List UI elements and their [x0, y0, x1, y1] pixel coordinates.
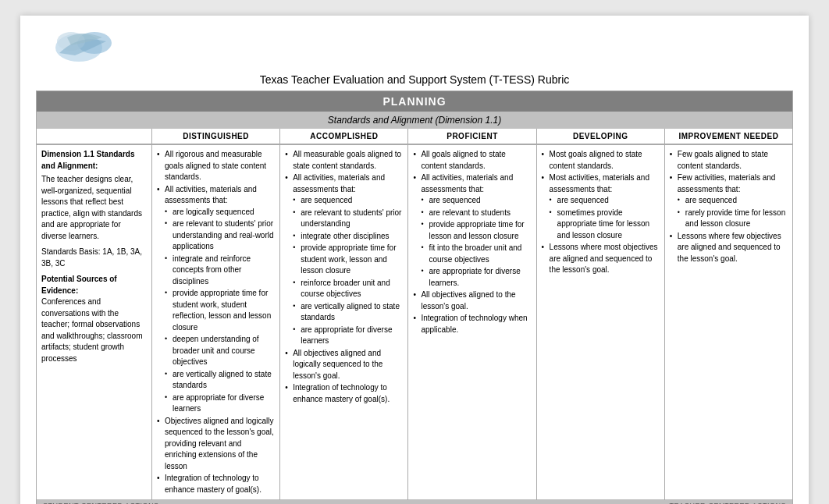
list-item: All activities, materials and assessment…: [285, 172, 403, 347]
dimension-description: The teacher designs clear, well-organize…: [41, 174, 147, 242]
accomplished-cell: All measurable goals aligned to state co…: [280, 145, 408, 500]
list-item: All objectives aligned and logically seq…: [285, 348, 403, 382]
proficient-list: All goals aligned to state content stand…: [413, 149, 531, 335]
developing-list: Most goals aligned to state content stan…: [542, 149, 660, 276]
header-logo: [36, 23, 793, 70]
dimension-title: Dimension 1.1 Standards and Alignment:: [41, 149, 147, 172]
list-item: Few goals aligned to state content stand…: [670, 149, 788, 172]
accomplished-sublist: are sequenced are relevant to students' …: [293, 195, 403, 347]
list-item: Lessons where few objectives are aligned…: [670, 231, 788, 265]
list-item: integrate other disciplines: [293, 231, 403, 243]
column-headers-row: DISTINGUISHED ACCOMPLISHED PROFICIENT DE…: [37, 129, 792, 144]
planning-header: PLANNING: [37, 91, 792, 112]
list-item: All measurable goals aligned to state co…: [285, 149, 403, 172]
list-item: fit into the broader unit and course obj…: [421, 243, 531, 265]
list-item: provide appropriate time for student wor…: [165, 288, 275, 333]
list-item: are vertically aligned to state standard…: [293, 301, 403, 324]
developing-cell: Most goals aligned to state content stan…: [537, 145, 665, 500]
list-item: Integration of technology to enhance mas…: [157, 473, 275, 495]
list-item: All activities, materials and assessment…: [157, 184, 275, 415]
distinguished-cell: All rigorous and measurable goals aligne…: [152, 145, 280, 500]
logo-svg: [36, 26, 145, 69]
proficient-sublist: are sequenced are relevant to students p…: [421, 195, 531, 289]
list-item: Integration of technology to enhance mas…: [285, 382, 403, 405]
distinguished-sublist: are logically sequenced are relevant to …: [165, 207, 275, 415]
list-item: are relevant to students' prior understa…: [165, 218, 275, 253]
list-item: are logically sequenced: [165, 207, 275, 218]
evidence-title: Potential Sources of Evidence:: [41, 274, 147, 296]
body-row: Dimension 1.1 Standards and Alignment: T…: [37, 144, 792, 500]
list-item: rarely provide time for lesson and lesso…: [678, 208, 788, 230]
list-item: Integration of technology when applicabl…: [413, 313, 531, 335]
improvement-list: Few goals aligned to state content stand…: [670, 149, 788, 264]
list-item: All goals aligned to state content stand…: [413, 149, 531, 172]
standards-basis: Standards Basis: 1A, 1B, 3A, 3B, 3C: [41, 247, 147, 269]
list-item: are vertically aligned to state standard…: [165, 369, 275, 392]
col-header-accomplished: ACCOMPLISHED: [280, 129, 408, 144]
list-item: are relevant to students: [421, 208, 531, 219]
list-item: are appropriate for diverse learners.: [421, 266, 531, 289]
list-item: provide appropriate time for student wor…: [293, 243, 403, 277]
proficient-cell: All goals aligned to state content stand…: [408, 145, 536, 500]
list-item: deepen understanding of broader unit and…: [165, 334, 275, 368]
col-header-distinguished: DISTINGUISHED: [152, 129, 280, 144]
list-item: integrate and reinforce concepts from ot…: [165, 254, 275, 288]
improvement-cell: Few goals aligned to state content stand…: [665, 145, 792, 500]
list-item: Most activities, materials and assessmen…: [542, 172, 660, 241]
dimension-cell: Dimension 1.1 Standards and Alignment: T…: [37, 145, 152, 500]
list-item: All activities, materials and assessment…: [413, 172, 531, 289]
page-title: Texas Teacher Evaluation and Support Sys…: [36, 73, 793, 86]
list-item: reinforce broader unit and course object…: [293, 278, 403, 300]
list-item: are sequenced: [293, 195, 403, 207]
page-container: Texas Teacher Evaluation and Support Sys…: [20, 16, 809, 504]
list-item: Lessons where most objectives are aligne…: [542, 242, 660, 276]
evidence-text: Conferences and conversations with the t…: [41, 296, 147, 364]
improvement-sublist: are sequenced rarely provide time for le…: [678, 195, 788, 230]
col-header-proficient: PROFICIENT: [408, 129, 536, 144]
list-item: Objectives aligned and logically sequenc…: [157, 416, 275, 473]
list-item: are appropriate for diverse learners: [293, 325, 403, 347]
list-item: sometimes provide appropriate time for l…: [550, 208, 660, 242]
accomplished-list: All measurable goals aligned to state co…: [285, 149, 403, 405]
list-item: are sequenced: [550, 195, 660, 207]
list-item: Most goals aligned to state content stan…: [542, 149, 660, 172]
rubric-table: PLANNING Standards and Alignment (Dimens…: [36, 91, 793, 504]
dimension-subheader: Standards and Alignment (Dimension 1.1): [37, 112, 792, 129]
list-item: are sequenced: [421, 195, 531, 207]
col-header-dim: [37, 129, 152, 144]
list-item: are appropriate for diverse learners: [165, 392, 275, 415]
list-item: Few activities, materials and assessment…: [670, 172, 788, 230]
developing-sublist: are sequenced sometimes provide appropri…: [550, 195, 660, 241]
distinguished-list: All rigorous and measurable goals aligne…: [157, 149, 275, 495]
col-header-developing: DEVELOPING: [537, 129, 665, 144]
list-item: are relevant to students' prior understa…: [293, 208, 403, 230]
list-item: are sequenced: [678, 195, 788, 207]
list-item: All rigorous and measurable goals aligne…: [157, 149, 275, 183]
list-item: All objectives aligned to the lesson's g…: [413, 289, 531, 312]
list-item: provide appropriate time for lesson and …: [421, 219, 531, 242]
col-header-improvement: IMPROVEMENT NEEDED: [665, 129, 792, 144]
